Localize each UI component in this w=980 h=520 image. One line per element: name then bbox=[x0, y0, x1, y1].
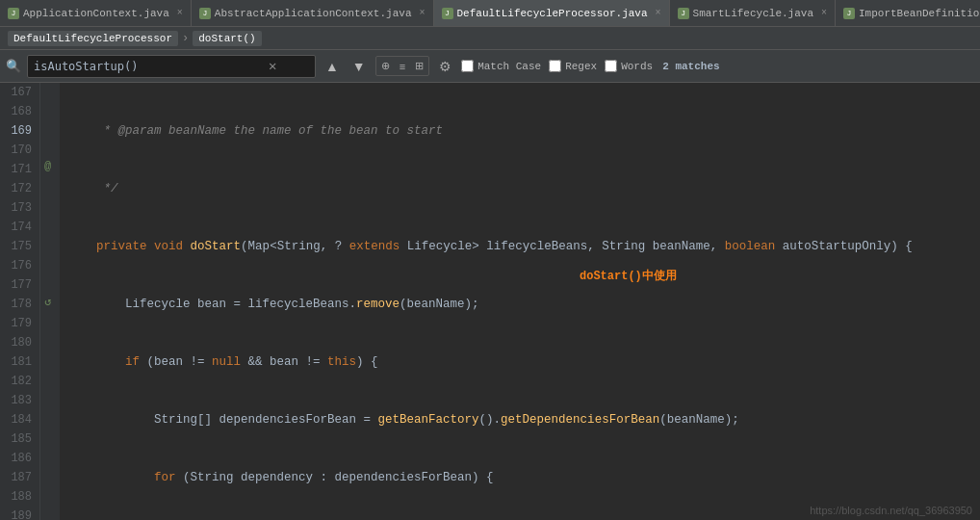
breadcrumb-method[interactable]: doStart() bbox=[193, 31, 261, 46]
tab-close-defaultlc[interactable]: × bbox=[656, 8, 661, 18]
line-num-172: 172 bbox=[0, 179, 32, 198]
tab-label-importbean: ImportBeanDefinitionRegis bbox=[859, 8, 980, 19]
line-num-171: 171 bbox=[0, 160, 32, 179]
search-bar: 🔍 ✕ ▲ ▼ ⊕ ≡ ⊞ ⚙ Match Case Regex Words 2… bbox=[0, 50, 980, 83]
code-wrapper: * @param beanName the name of the bean t… bbox=[60, 83, 980, 520]
line-num-185: 185 bbox=[0, 429, 32, 449]
java-icon-smartlc: J bbox=[678, 8, 689, 19]
line-num-188: 188 bbox=[0, 487, 32, 507]
search-context-button[interactable]: ⊞ bbox=[411, 58, 427, 74]
search-icon: 🔍 bbox=[6, 59, 21, 74]
tab-label-defaultlc: DefaultLifecycleProcessor.java bbox=[457, 8, 648, 19]
match-case-checkbox[interactable] bbox=[461, 60, 474, 72]
java-icon-importbean: J bbox=[843, 8, 855, 19]
code-content[interactable]: * @param beanName the name of the bean t… bbox=[60, 83, 980, 520]
search-next-button[interactable]: ▼ bbox=[348, 57, 370, 76]
search-filter-button[interactable]: ⊕ bbox=[377, 58, 394, 74]
tab-label-appctx: ApplicationContext.java bbox=[23, 8, 169, 19]
line-num-180: 180 bbox=[0, 333, 32, 352]
tab-appctx[interactable]: J ApplicationContext.java × bbox=[0, 0, 192, 27]
line-num-189: 189 bbox=[0, 507, 32, 520]
regex-label: Regex bbox=[565, 61, 597, 72]
tab-label-abstract: AbstractApplicationContext.java bbox=[215, 8, 412, 19]
search-options: Match Case Regex Words bbox=[461, 60, 653, 72]
search-input-wrapper: ✕ bbox=[27, 55, 316, 78]
line-num-181: 181 bbox=[0, 352, 32, 372]
code-line-169: private void doStart(Map<String, ? exten… bbox=[67, 237, 972, 256]
breadcrumb-sep: › bbox=[182, 32, 189, 45]
tab-label-smartlc: SmartLifecycle.java bbox=[693, 8, 813, 19]
code-line-172: String[] dependenciesForBean = getBeanFa… bbox=[67, 410, 972, 429]
java-icon-defaultlc: J bbox=[442, 8, 453, 19]
match-count: 2 matches bbox=[662, 61, 719, 72]
line-numbers: 167 168 169 170 171 172 173 174 175 176 … bbox=[0, 83, 40, 520]
search-prev-button[interactable]: ▲ bbox=[322, 57, 343, 76]
line-num-179: 179 bbox=[0, 314, 32, 333]
search-icon-group: ⊕ ≡ ⊞ bbox=[375, 56, 429, 76]
line-num-176: 176 bbox=[0, 256, 32, 275]
line-num-170: 170 bbox=[0, 141, 32, 160]
gutter: @ ↺ bbox=[40, 83, 60, 520]
search-clear-button[interactable]: ✕ bbox=[269, 58, 276, 74]
search-settings-button[interactable]: ⚙ bbox=[435, 57, 455, 76]
match-case-option[interactable]: Match Case bbox=[461, 60, 541, 72]
search-input[interactable] bbox=[34, 60, 265, 73]
line-num-173: 173 bbox=[0, 198, 32, 218]
line-num-187: 187 bbox=[0, 468, 32, 487]
tab-defaultlc[interactable]: J DefaultLifecycleProcessor.java × bbox=[434, 0, 670, 27]
search-highlight-button[interactable]: ≡ bbox=[396, 59, 409, 74]
line-num-183: 183 bbox=[0, 391, 32, 410]
code-area: 167 168 169 170 171 172 173 174 175 176 … bbox=[0, 83, 980, 520]
words-option[interactable]: Words bbox=[605, 60, 653, 72]
gutter-marker-174: ↺ bbox=[44, 295, 51, 309]
line-num-178: 178 bbox=[0, 295, 32, 314]
tab-abstract[interactable]: J AbstractApplicationContext.java × bbox=[192, 0, 434, 27]
code-line-173: for (String dependency : dependenciesFor… bbox=[67, 468, 972, 487]
line-num-168: 168 bbox=[0, 102, 32, 121]
java-icon-appctx: J bbox=[8, 8, 19, 19]
java-icon-abstract: J bbox=[199, 8, 211, 19]
tab-close-smartlc[interactable]: × bbox=[821, 8, 827, 18]
line-num-174: 174 bbox=[0, 218, 32, 237]
words-checkbox[interactable] bbox=[605, 60, 617, 72]
code-line-171: if (bean != null && bean != this) { bbox=[67, 352, 972, 372]
tab-bar: J ApplicationContext.java × J AbstractAp… bbox=[0, 0, 980, 27]
code-line-167: * @param beanName the name of the bean t… bbox=[67, 121, 972, 141]
line-num-182: 182 bbox=[0, 372, 32, 391]
match-case-label: Match Case bbox=[477, 61, 541, 72]
regex-option[interactable]: Regex bbox=[549, 60, 597, 72]
tab-importbean[interactable]: J ImportBeanDefinitionRegis × bbox=[836, 0, 980, 27]
line-num-186: 186 bbox=[0, 449, 32, 468]
code-line-168: */ bbox=[67, 179, 972, 198]
regex-checkbox[interactable] bbox=[549, 60, 561, 72]
tab-close-appctx[interactable]: × bbox=[177, 8, 183, 18]
line-num-177: 177 bbox=[0, 275, 32, 295]
line-num-167: 167 bbox=[0, 83, 32, 102]
breadcrumb-class[interactable]: DefaultLifecycleProcessor bbox=[8, 31, 178, 46]
line-num-169: 169 bbox=[0, 121, 32, 141]
line-num-184: 184 bbox=[0, 410, 32, 429]
code-line-170: Lifecycle bean = lifecycleBeans.remove(b… bbox=[67, 295, 972, 314]
line-num-175: 175 bbox=[0, 237, 32, 256]
breadcrumb-bar: DefaultLifecycleProcessor › doStart() bbox=[0, 27, 980, 50]
watermark: https://blog.csdn.net/qq_36963950 bbox=[810, 505, 972, 516]
tab-close-abstract[interactable]: × bbox=[419, 8, 425, 18]
words-label: Words bbox=[621, 61, 653, 72]
tab-smartlc[interactable]: J SmartLifecycle.java × bbox=[670, 0, 836, 27]
gutter-marker-169: @ bbox=[44, 160, 51, 173]
